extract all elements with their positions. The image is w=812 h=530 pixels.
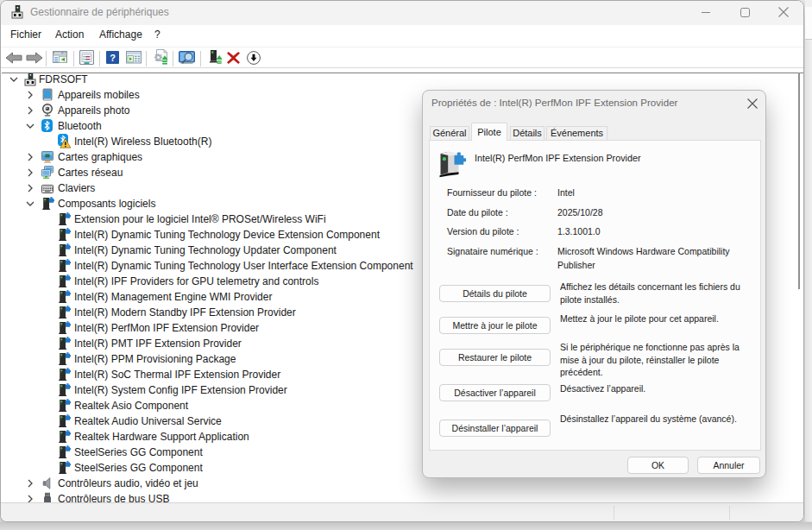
svg-text:?: ? [110, 53, 116, 63]
